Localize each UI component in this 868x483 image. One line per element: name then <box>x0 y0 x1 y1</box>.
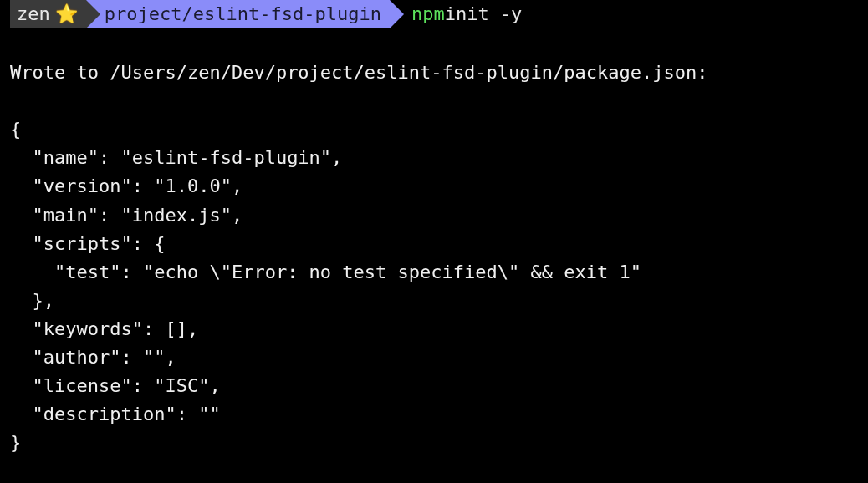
json-main: "main": "index.js", <box>10 205 243 226</box>
prompt-user-segment: zen ⭐ <box>10 0 86 28</box>
star-icon: ⭐ <box>55 0 78 28</box>
json-close-brace: } <box>10 432 21 453</box>
prompt-path: project/eslint-fsd-plugin <box>105 0 381 28</box>
prompt-username: zen <box>17 0 50 28</box>
json-scripts-open: "scripts": { <box>10 233 165 254</box>
json-license: "license": "ISC", <box>10 375 221 396</box>
json-author: "author": "", <box>10 347 176 368</box>
json-keywords: "keywords": [], <box>10 318 198 339</box>
output-wrote-line: Wrote to /Users/zen/Dev/project/eslint-f… <box>10 62 707 83</box>
shell-prompt[interactable]: zen ⭐ project/eslint-fsd-plugin npm init… <box>10 0 868 28</box>
json-scripts-close: }, <box>10 290 54 311</box>
json-description: "description": "" <box>10 404 221 425</box>
terminal-output: Wrote to /Users/zen/Dev/project/eslint-f… <box>10 30 868 457</box>
json-name: "name": "eslint-fsd-plugin", <box>10 147 342 168</box>
json-scripts-test: "test": "echo \"Error: no test specified… <box>10 262 641 282</box>
json-version: "version": "1.0.0", <box>10 175 243 196</box>
prompt-path-segment: project/eslint-fsd-plugin <box>86 0 390 28</box>
command-input[interactable]: npm init -y <box>411 0 522 28</box>
json-open-brace: { <box>10 119 21 140</box>
command-binary: npm <box>411 0 445 28</box>
command-args: init -y <box>445 0 523 28</box>
